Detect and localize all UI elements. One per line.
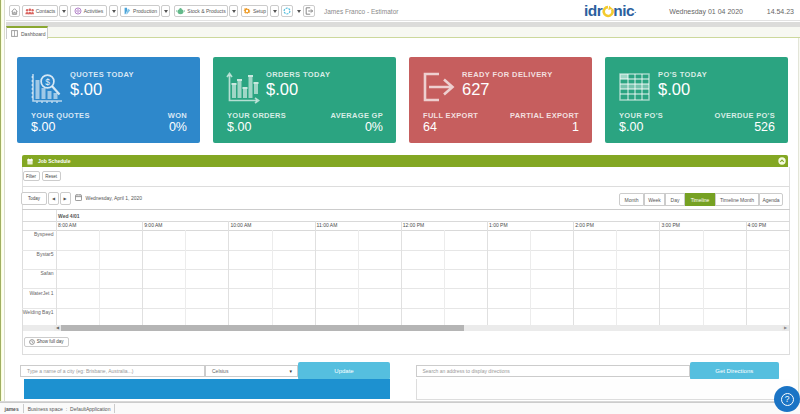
svg-text:$: $ bbox=[45, 77, 50, 87]
